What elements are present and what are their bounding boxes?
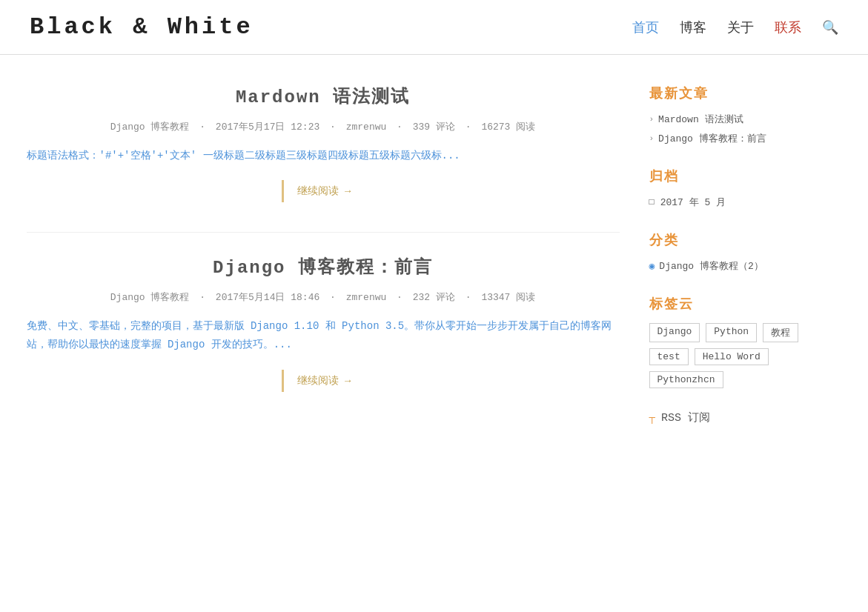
nav-contact[interactable]: 联系 — [775, 19, 801, 36]
article-reads: 13347 阅读 — [481, 292, 535, 303]
tag-item[interactable]: Python — [706, 323, 757, 342]
archive-link[interactable]: 2017 年 5 月 — [660, 196, 726, 209]
article-title-link[interactable]: Mardown 语法测试 — [236, 87, 410, 107]
category-item: ◉ Django 博客教程（2） — [649, 259, 842, 273]
article-item: Django 博客教程：前言 Django 博客教程 · 2017年5月14日 … — [27, 255, 620, 391]
nav-blog[interactable]: 博客 — [680, 19, 706, 36]
recent-post-item: › Django 博客教程：前言 — [649, 132, 842, 145]
article-category[interactable]: Django 博客教程 — [110, 122, 190, 133]
rss-section: ┬ RSS 订阅 — [649, 410, 842, 425]
main-content: Mardown 语法测试 Django 博客教程 · 2017年5月17日 12… — [27, 84, 620, 447]
article-meta: Django 博客教程 · 2017年5月14日 18:46 · zmrenwu… — [27, 290, 620, 304]
chevron-right-icon: › — [649, 115, 655, 124]
nav-home[interactable]: 首页 — [632, 19, 659, 36]
check-icon: ◉ — [649, 260, 655, 272]
tags-section: 标签云 Django Python 教程 test Hello Word Pyt… — [649, 295, 842, 388]
article-title-link[interactable]: Django 博客教程：前言 — [213, 258, 433, 278]
tag-item[interactable]: 教程 — [763, 323, 798, 342]
category-section: 分类 ◉ Django 博客教程（2） — [649, 231, 842, 273]
archive-heading: 归档 — [649, 167, 842, 185]
search-icon[interactable]: 🔍 — [822, 19, 838, 36]
article-reads: 16273 阅读 — [481, 122, 535, 133]
tags-heading: 标签云 — [649, 295, 842, 313]
tag-item[interactable]: Django — [649, 323, 700, 342]
tags-cloud: Django Python 教程 test Hello Word Pythonz… — [649, 323, 842, 388]
chevron-right-icon: › — [649, 134, 655, 143]
nav-about[interactable]: 关于 — [727, 19, 754, 36]
rss-icon: ┬ — [649, 412, 655, 424]
recent-posts-section: 最新文章 › Mardown 语法测试 › Django 博客教程：前言 — [649, 84, 842, 145]
tag-item[interactable]: Hello Word — [695, 348, 769, 365]
recent-posts-heading: 最新文章 — [649, 84, 842, 102]
category-heading: 分类 — [649, 231, 842, 249]
archive-section: 归档 □ 2017 年 5 月 — [649, 167, 842, 209]
article-divider — [27, 232, 620, 233]
tag-item[interactable]: test — [649, 348, 689, 365]
article-author: zmrenwu — [346, 122, 387, 133]
site-title: Black & White — [30, 13, 254, 41]
article-author: zmrenwu — [346, 292, 387, 303]
read-more-wrap: 继续阅读 → — [27, 370, 620, 392]
article-comments: 339 评论 — [413, 122, 455, 133]
article-category[interactable]: Django 博客教程 — [110, 292, 190, 303]
article-item: Mardown 语法测试 Django 博客教程 · 2017年5月17日 12… — [27, 84, 620, 202]
read-more-button[interactable]: 继续阅读 → — [282, 370, 365, 392]
sidebar: 最新文章 › Mardown 语法测试 › Django 博客教程：前言 归档 … — [649, 84, 842, 447]
page-container: Mardown 语法测试 Django 博客教程 · 2017年5月17日 12… — [12, 55, 857, 462]
recent-post-link[interactable]: Mardown 语法测试 — [658, 113, 743, 126]
article-comments: 232 评论 — [413, 292, 455, 303]
archive-item: □ 2017 年 5 月 — [649, 196, 842, 209]
article-excerpt: 免费、中文、零基础，完整的项目，基于最新版 Django 1.10 和 Pyth… — [27, 317, 620, 354]
recent-post-link[interactable]: Django 博客教程：前言 — [658, 132, 766, 145]
article-meta: Django 博客教程 · 2017年5月17日 12:23 · zmrenwu… — [27, 120, 620, 133]
rss-label: RSS 订阅 — [661, 410, 710, 425]
rss-link[interactable]: ┬ RSS 订阅 — [649, 410, 842, 425]
recent-post-item: › Mardown 语法测试 — [649, 113, 842, 126]
article-excerpt: 标题语法格式：'#'+'空格'+'文本' 一级标题二级标题三级标题四级标题五级标… — [27, 147, 620, 165]
site-header: Black & White 首页 博客 关于 联系 🔍 — [0, 0, 868, 55]
article-date: 2017年5月14日 18:46 — [216, 292, 319, 303]
read-more-wrap: 继续阅读 → — [27, 180, 620, 202]
article-date: 2017年5月17日 12:23 — [216, 122, 319, 133]
archive-icon: □ — [649, 197, 655, 207]
tag-item[interactable]: Pythonzhcn — [649, 371, 723, 388]
category-link[interactable]: Django 博客教程（2） — [659, 259, 763, 273]
read-more-button[interactable]: 继续阅读 → — [282, 180, 365, 202]
main-nav: 首页 博客 关于 联系 🔍 — [632, 19, 838, 36]
